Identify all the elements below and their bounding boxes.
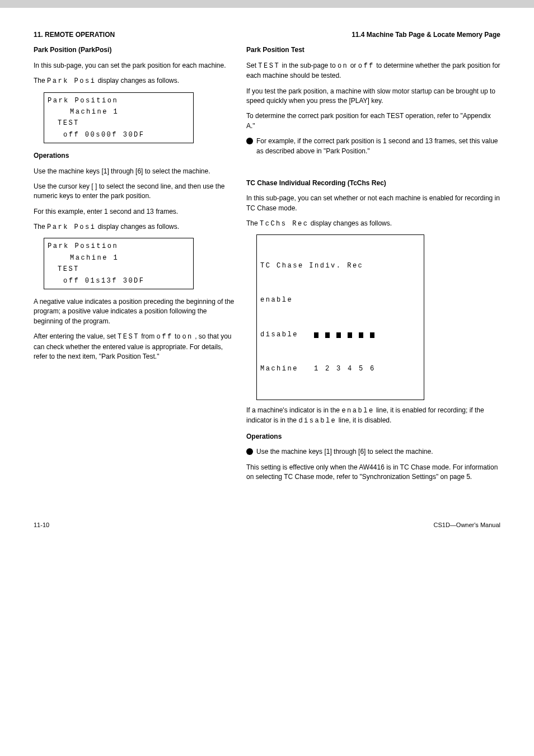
machine-num-2: 2 [325,363,330,374]
tc-line2: enable [260,294,420,306]
machine-num-4: 4 [348,363,352,374]
op-row-2a: Use the cursor key [ ] to select the sec… [34,182,235,201]
tcchs-rec-label: TcChs Rec [260,220,308,228]
disp2-line3: TEST [48,264,190,275]
disp1-line1: Park Position [48,95,190,106]
park-test-heading: Park Position Test [246,45,500,55]
park-position-note: A negative value indicates a position pr… [34,297,235,326]
op-row-2b: For this example, enter 1 second and 13 … [34,207,235,217]
disable-indicator-5 [359,332,363,338]
display-change-text-1: The Park Posi display changes as follows… [34,76,235,86]
display-change-text-2: The Park Posi display changes as follows… [34,222,235,232]
op-row-3: After entering the value, set TEST from … [34,332,235,361]
tc-line4: Machine 1 2 3 4 5 6 [260,363,420,374]
tcchs-note: This setting is effective only when the … [246,463,500,482]
top-divider [0,0,534,8]
disp2-line4: off 01s13f 30DF [48,275,190,287]
machine-num-5: 5 [359,363,363,374]
tc-line3: disable [260,329,420,340]
tc-line1: TC Chase Indiv. Rec [260,260,420,271]
tc-chase-display: TC Chase Indiv. Rec enable disable Machi… [256,234,424,400]
park-test-p1: Set TEST in the sub-page to on or off to… [246,61,500,81]
park-test-p2: If you test the park position, a machine… [246,87,500,106]
tcchs-enable-disable-text: If a machine's indicator is in the enabl… [246,406,500,426]
disp1-line3: TEST [48,118,190,129]
page-header-left: 11. REMOTE OPERATION [34,30,235,40]
disable-indicator-6 [370,332,374,338]
operations-heading-1: Operations [34,151,235,161]
disp1-line4: off 00s00f 30DF [48,129,190,140]
disable-indicator-4 [348,332,352,338]
machine-num-3: 3 [336,363,341,374]
park-test-p3: To determine the correct park position f… [246,111,500,131]
park-test-bullet: For example, if the correct park positio… [246,137,500,156]
park-posi-label-2: Park Posi [47,223,96,231]
disable-indicator-3 [336,332,341,338]
operations-heading-2: Operations [246,432,500,442]
machine-num-1: 1 [314,363,318,374]
disp1-line2: Machine 1 [48,106,190,118]
park-posi-label-1: Park Posi [47,77,96,85]
disable-indicator-1 [314,332,318,338]
disable-indicator-2 [325,332,330,338]
tcchs-bullet: Use the machine keys [1] through [6] to … [246,447,500,457]
park-position-display-2: Park Position Machine 1 TEST off 01s13f … [44,238,194,289]
footer-page-number: 11-10 [34,521,49,530]
disp2-line1: Park Position [48,241,190,252]
page-header-right: 11.4 Machine Tab Page & Locate Memory Pa… [235,30,500,40]
park-position-display-1: Park Position Machine 1 TEST off 00s00f … [44,92,194,144]
op-row-1: Use the machine keys [1] through [6] to … [34,167,235,176]
park-position-intro: In this sub-page, you can set the park p… [34,61,235,71]
tcchs-display-text: The TcChs Rec display changes as follows… [246,219,500,229]
park-position-heading: Park Position (ParkPosi) [34,45,235,55]
tcchs-intro: In this sub-page, you can set whether or… [246,194,500,213]
footer-doc-title: CS1D—Owner's Manual [434,521,500,530]
tcchs-heading: TC Chase Individual Recording (TcChs Rec… [246,179,500,188]
disp2-line2: Machine 1 [48,252,190,264]
machine-num-6: 6 [370,363,374,374]
